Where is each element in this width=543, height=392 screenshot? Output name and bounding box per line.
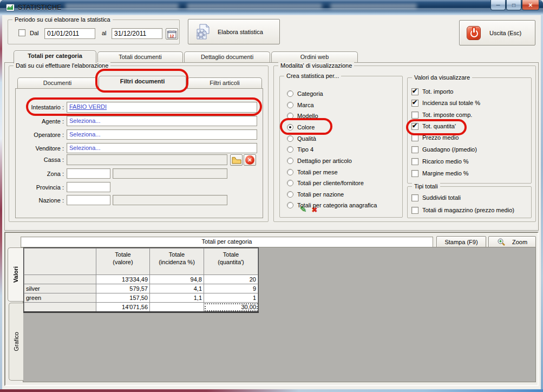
checkbox-suddividi-totali[interactable]: Suddividi totali [411,193,461,202]
checkbox-icon [411,158,418,165]
tab-totali-documenti[interactable]: Totali documenti [97,51,183,62]
tab-dettaglio-documenti[interactable]: Dettaglio documenti [184,51,270,62]
checkbox-margine-medio[interactable]: Margine medio % [411,169,469,178]
row-label-cell[interactable]: silver [24,284,96,293]
row-label-cell[interactable] [24,275,96,284]
zona-label: Zona : [14,171,64,177]
total-incidenza-cell[interactable] [150,303,204,312]
radio-totali-per-categoria-anagrafica[interactable]: Totali per categoria anagrafica [287,201,377,210]
checkbox-guadagno[interactable]: Guadagno (/pmedio) [411,145,477,154]
svg-text:12: 12 [170,34,174,37]
radio-tipo-4[interactable]: Tipo 4 [287,145,313,154]
tab-totali-per-categoria[interactable]: Totali per categoria [14,50,96,63]
clear-circle-icon: ✕ [245,155,254,165]
checkbox-incidenza-sul-totale[interactable]: ✔Incidenza sul totale % [411,99,480,107]
agente-label: Agente : [14,118,64,125]
valore-cell[interactable]: 13'334,49 [96,275,150,284]
zoom-button[interactable]: Zoom [488,236,536,248]
row-label-cell[interactable]: green [24,293,96,303]
intestatario-field[interactable]: FABIO VERDI ✎ ✖ [67,102,257,113]
checkbox-icon [411,146,418,153]
incidenza-cell[interactable]: 1,1 [150,293,204,303]
nazione-description-field [113,195,227,205]
checkbox-checked-icon: ✔ [411,123,418,130]
close-button[interactable]: ✕ [522,0,539,10]
quantita-cell[interactable]: 1 [204,293,258,303]
results-title-box: Totali per categoria [21,237,433,247]
operatore-select-link[interactable]: Seleziona... [69,131,100,138]
table-row: silver 579,57 4,1 9 [24,284,258,293]
cassa-clear-button[interactable]: ✕ [244,154,256,166]
nazione-input[interactable] [67,195,110,205]
date-to-input[interactable] [112,28,162,39]
minimize-button[interactable]: ─ [490,0,506,10]
total-label-cell[interactable] [24,303,96,312]
elabora-statistica-button[interactable]: Elabora statistica [188,19,280,44]
radio-categoria[interactable]: Categoria [287,89,323,98]
table-row: green 157,50 1,1 1 [24,293,258,303]
incidenza-cell[interactable]: 94,8 [150,275,204,284]
checkbox-tot-importo[interactable]: ✔Tot. importo [411,87,453,96]
radio-icon [287,191,293,198]
checkbox-tot-quantita[interactable]: ✔Tot. quantita' [411,122,456,130]
radio-totali-per-mese[interactable]: Totali per mese [287,168,338,177]
venditore-field[interactable]: Seleziona... [67,143,257,153]
checkbox-icon [411,207,418,214]
side-tab-grafico[interactable]: Grafico [9,303,23,381]
header-empty [24,249,96,275]
checkbox-totali-di-magazzino[interactable]: Totali di magazzino (prezzo medio) [411,206,514,214]
cassa-browse-button[interactable] [230,154,243,166]
title-bar: STATISTICHE ─ □ ✕ [0,0,543,15]
checkbox-ricarico-medio[interactable]: Ricarico medio % [411,157,469,166]
agente-field[interactable]: Seleziona... [67,116,257,126]
valore-cell[interactable]: 579,57 [96,284,150,293]
intestatario-label: Intestatario : [14,104,64,110]
quantita-cell[interactable]: 9 [204,284,258,293]
agente-select-link[interactable]: Seleziona... [69,117,100,124]
period-dal-checkbox[interactable] [18,29,25,36]
window-right-border [541,15,543,389]
valore-cell[interactable]: 157,50 [96,293,150,303]
total-valore-cell[interactable]: 14'071,56 [96,303,150,312]
valori-group-label: Valori da visualizzare [412,74,472,81]
elabora-label: Elabora statistica [218,29,263,35]
subtab-filtri-documenti[interactable]: Filtri documenti [99,76,186,89]
subtab-filtri-articoli[interactable]: Filtri articoli [187,77,262,88]
radio-icon [287,102,293,108]
date-from-input[interactable] [44,28,95,39]
checkbox-checked-icon: ✔ [411,88,418,95]
total-quantita-cell-selected[interactable]: 30,00 [204,303,258,312]
zona-input[interactable] [67,168,110,179]
modalita-group-label: Modalita' di visualizzazione [278,62,354,69]
calendar-button[interactable]: 12 [166,28,178,40]
radio-icon [287,169,293,175]
window-title: STATISTICHE [18,4,62,11]
cassa-label: Cassa : [14,156,64,163]
checkbox-tot-imposte-comp[interactable]: Tot. imposte comp. [411,110,472,119]
checkbox-prezzo-medio[interactable]: Prezzo medio [411,133,459,142]
results-panel: Totali per categoria Stampa (F9) Zoom Va… [4,232,539,386]
radio-colore[interactable]: Colore [287,123,315,132]
radio-totali-per-nazione[interactable]: Totali per nazione [287,190,344,199]
intestatario-value-link[interactable]: FABIO VERDI [69,103,107,110]
quantita-cell[interactable]: 20 [204,275,258,284]
side-tab-valori[interactable]: Valori [8,247,23,302]
provincia-input[interactable] [67,182,110,192]
folder-icon [232,156,241,164]
radio-qualita[interactable]: Qualità [287,134,316,143]
radio-totali-per-cliente-fornitore[interactable]: Totali per cliente/fornitore [287,179,364,187]
radio-modello[interactable]: Modello [287,112,318,120]
operatore-field[interactable]: Seleziona... [67,129,257,140]
subtab-documenti[interactable]: Documenti [17,77,97,88]
incidenza-cell[interactable]: 4,1 [150,284,204,293]
stampa-button[interactable]: Stampa (F9) [436,236,486,248]
results-table: Totale(valore) Totale(incidenza %) Total… [23,247,259,313]
tab-ordini-web[interactable]: Ordini web [271,51,358,62]
uscita-button[interactable]: Uscita (Esc) [459,20,535,45]
radio-dettaglio-per-articolo[interactable]: Dettaglio per articolo [287,156,352,165]
venditore-select-link[interactable]: Seleziona... [69,145,100,151]
table-row: 13'334,49 94,8 20 [24,275,258,284]
radio-marca[interactable]: Marca [287,101,314,109]
maximize-button[interactable]: □ [506,0,521,10]
cassa-field [67,154,227,165]
